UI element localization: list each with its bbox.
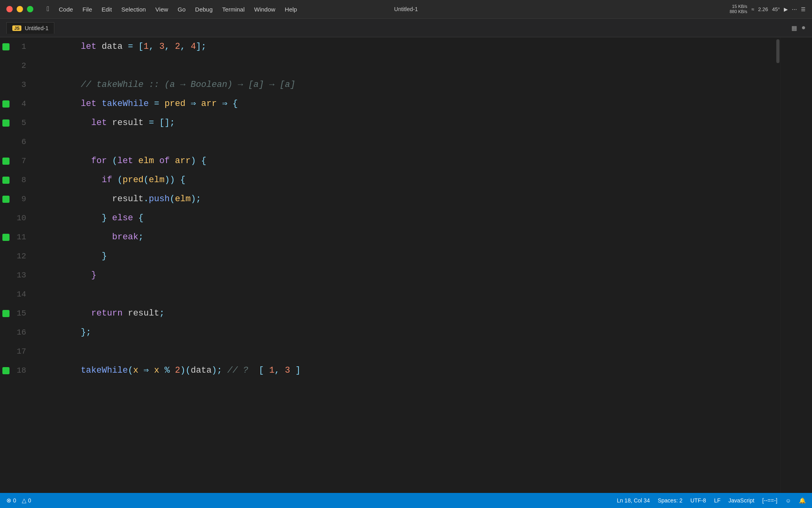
- line-num-11: 11: [12, 228, 36, 247]
- file-encoding[interactable]: UTF-8: [690, 497, 706, 504]
- statusbar: ⊗ 0 △ 0 Ln 18, Col 34 Spaces: 2 UTF-8 LF…: [0, 493, 812, 508]
- dirty-indicator: ●: [801, 24, 806, 32]
- scrollbar-track[interactable]: [776, 37, 780, 493]
- warning-number: 0: [28, 497, 31, 504]
- tabbar: JS Untitled-1 ▦ ●: [0, 19, 812, 37]
- breakpoint-11[interactable]: [0, 234, 12, 241]
- code-text-18: takeWhile(x ⇒ x % 2)(data); // ? [ 1, 3 …: [36, 342, 780, 399]
- breakpoint-4[interactable]: [0, 100, 12, 108]
- editor-tab[interactable]: JS Untitled-1: [6, 22, 54, 34]
- line-num-6: 6: [12, 133, 36, 152]
- menu-selection[interactable]: Selection: [117, 4, 150, 14]
- menu-debug[interactable]: Debug: [191, 4, 216, 14]
- line-num-12: 12: [12, 247, 36, 266]
- line-num-10: 10: [12, 209, 36, 228]
- line-num-2: 2: [12, 56, 36, 75]
- editor-area: 1 let data = [1, 3, 2, 4]; 2 3 // takeWh…: [0, 37, 812, 493]
- network-status: 15 KB/s880 KB/s: [730, 4, 747, 14]
- more-icon[interactable]: ⋯: [792, 6, 797, 12]
- breakpoint-9[interactable]: [0, 196, 12, 203]
- menu-terminal[interactable]: Terminal: [218, 4, 249, 14]
- scrollbar-thumb[interactable]: [776, 39, 779, 63]
- language-mode[interactable]: JavaScript: [728, 497, 754, 504]
- line-num-14: 14: [12, 285, 36, 304]
- minimap: [780, 37, 812, 493]
- menu-window[interactable]: Window: [250, 4, 279, 14]
- menu-go[interactable]: Go: [174, 4, 190, 14]
- line-num-17: 17: [12, 342, 36, 361]
- line-num-3: 3: [12, 75, 36, 94]
- status-icons: 15 KB/s880 KB/s ≈ 2.26 45° ▶ ⋯ ☰: [730, 4, 806, 14]
- breakpoint-7[interactable]: [0, 158, 12, 165]
- line-num-18: 18: [12, 361, 36, 380]
- statusbar-right: Ln 18, Col 34 Spaces: 2 UTF-8 LF JavaScr…: [617, 497, 806, 504]
- code-line-13: 13 }: [0, 266, 780, 285]
- error-count[interactable]: ⊗ 0: [6, 497, 16, 504]
- menubar:  Code File Edit Selection View Go Debug…: [0, 0, 812, 19]
- vim-mode: [--==-]: [762, 497, 778, 504]
- warning-icon: △: [22, 497, 27, 504]
- breakpoint-1[interactable]: [0, 43, 12, 50]
- line-num-13: 13: [12, 266, 36, 285]
- line-num-16: 16: [12, 323, 36, 342]
- breakpoint-8[interactable]: [0, 177, 12, 184]
- battery-status: 2.26: [758, 6, 768, 12]
- breakpoint-18[interactable]: [0, 367, 12, 374]
- menu-file[interactable]: File: [79, 4, 96, 14]
- line-num-8: 8: [12, 171, 36, 190]
- breakpoint-15[interactable]: [0, 310, 12, 317]
- menu-code[interactable]: Code: [55, 4, 77, 14]
- cursor-position[interactable]: Ln 18, Col 34: [617, 497, 650, 504]
- line-num-7: 7: [12, 152, 36, 171]
- code-line-18: 18 takeWhile(x ⇒ x % 2)(data); // ? [ 1,…: [0, 361, 780, 380]
- line-num-9: 9: [12, 190, 36, 209]
- tab-label: Untitled-1: [25, 25, 48, 31]
- line-num-4: 4: [12, 94, 36, 114]
- window-title: Untitled-1: [394, 6, 418, 12]
- code-editor[interactable]: 1 let data = [1, 3, 2, 4]; 2 3 // takeWh…: [0, 37, 780, 493]
- statusbar-left: ⊗ 0 △ 0: [6, 497, 31, 504]
- menu-edit[interactable]: Edit: [98, 4, 116, 14]
- menu-items:  Code File Edit Selection View Go Debug…: [43, 4, 730, 15]
- code-line-1: 1 let data = [1, 3, 2, 4];: [0, 37, 780, 56]
- bell-icon[interactable]: 🔔: [799, 497, 806, 504]
- line-num-1: 1: [12, 37, 36, 56]
- menu-help[interactable]: Help: [281, 4, 301, 14]
- split-editor-icon[interactable]: ▦: [792, 23, 797, 33]
- tab-actions: ▦ ●: [792, 23, 806, 33]
- code-line-5: 5 let result = [];: [0, 114, 780, 133]
- list-icon[interactable]: ☰: [801, 6, 806, 12]
- smiley-icon[interactable]: ☺: [785, 497, 791, 504]
- wifi-icon: ≈: [751, 6, 754, 12]
- error-number: 0: [13, 497, 16, 504]
- temp-status: 45°: [772, 6, 780, 12]
- breakpoint-5[interactable]: [0, 119, 12, 127]
- maximize-button[interactable]: [27, 6, 33, 12]
- traffic-lights: [6, 6, 33, 12]
- menu-view[interactable]: View: [151, 4, 172, 14]
- apple-menu[interactable]: : [43, 4, 53, 15]
- code-line-16: 16 };: [0, 323, 780, 342]
- line-num-5: 5: [12, 114, 36, 133]
- js-badge: JS: [12, 25, 21, 31]
- minimize-button[interactable]: [17, 6, 23, 12]
- line-ending[interactable]: LF: [714, 497, 720, 504]
- close-button[interactable]: [6, 6, 13, 12]
- line-num-15: 15: [12, 304, 36, 323]
- indentation[interactable]: Spaces: 2: [658, 497, 682, 504]
- error-icon: ⊗: [6, 497, 11, 504]
- warning-count[interactable]: △ 0: [22, 497, 31, 504]
- location-icon: ▶: [784, 6, 788, 12]
